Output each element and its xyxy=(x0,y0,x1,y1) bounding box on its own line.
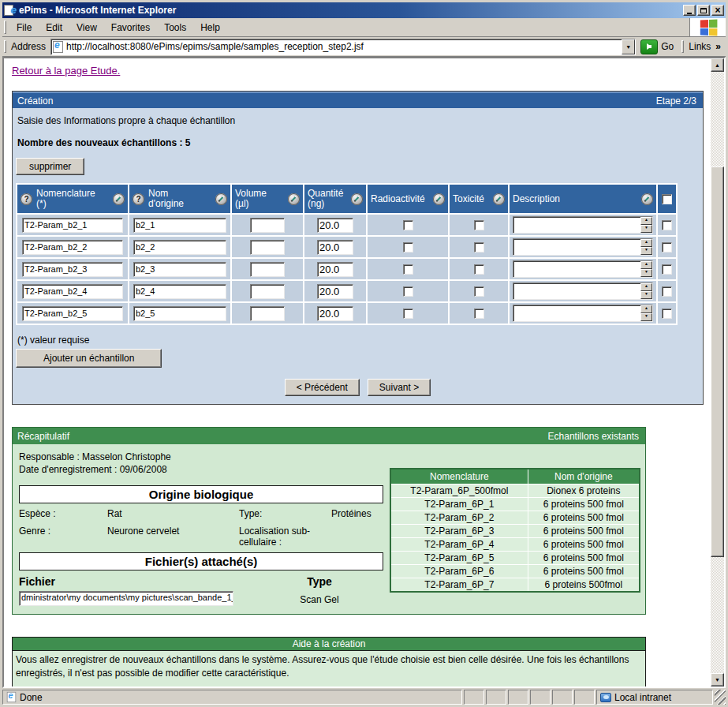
arrow-up-icon[interactable]: ▲ xyxy=(640,261,652,269)
menu-help[interactable]: Help xyxy=(193,20,227,36)
address-field[interactable]: http://localhost:8080/ePims/epims/sample… xyxy=(50,39,636,55)
origin-name-input[interactable] xyxy=(133,306,226,321)
scrollbar-thumb[interactable] xyxy=(711,166,724,557)
description-scrollbar[interactable]: ▲▼ xyxy=(640,239,652,255)
menu-edit[interactable]: Edit xyxy=(39,20,69,36)
select-row-checkbox[interactable] xyxy=(662,242,672,252)
toxicity-checkbox[interactable] xyxy=(474,286,484,297)
scroll-down-button[interactable]: ▼ xyxy=(711,673,724,686)
existing-sample-cell: T2-Param_6P_2 xyxy=(390,511,528,525)
help-icon[interactable]: ? xyxy=(21,193,32,205)
select-row-checkbox[interactable] xyxy=(662,220,672,230)
volume-input[interactable] xyxy=(250,284,285,299)
edit-column-icon[interactable] xyxy=(113,193,125,205)
description-scrollbar[interactable]: ▲▼ xyxy=(640,283,652,299)
nomenclature-input[interactable] xyxy=(22,262,123,277)
description-textarea[interactable]: ▲▼ xyxy=(513,238,653,256)
back-to-study-link[interactable]: Retour à la page Etude. xyxy=(12,65,120,77)
nomenclature-input[interactable] xyxy=(22,240,123,255)
quantity-input[interactable] xyxy=(317,240,353,255)
arrow-down-icon[interactable]: ▼ xyxy=(640,225,652,233)
toxicity-checkbox[interactable] xyxy=(474,309,484,319)
radioactivity-checkbox[interactable] xyxy=(403,220,413,230)
arrow-down-icon[interactable]: ▼ xyxy=(640,247,652,255)
quantity-input[interactable] xyxy=(317,284,353,299)
resize-grip[interactable] xyxy=(715,690,726,705)
attached-file-path-field[interactable]: dministrator\my documents\my pictures\sc… xyxy=(19,591,233,606)
quantity-input[interactable] xyxy=(317,218,353,233)
links-label[interactable]: Links xyxy=(689,41,711,52)
toolbar-grip[interactable] xyxy=(4,21,6,33)
close-button[interactable]: × xyxy=(711,5,724,16)
description-textarea[interactable]: ▲▼ xyxy=(513,216,653,234)
arrow-up-icon[interactable]: ▲ xyxy=(640,283,652,291)
edit-column-icon[interactable] xyxy=(493,193,505,205)
radioactivity-checkbox[interactable] xyxy=(403,309,413,319)
description-textarea[interactable]: ▲▼ xyxy=(513,260,653,278)
edit-column-icon[interactable] xyxy=(433,193,445,205)
menu-tools[interactable]: Tools xyxy=(157,20,193,36)
sample-row: ▲▼ xyxy=(17,258,677,280)
edit-column-icon[interactable] xyxy=(215,193,227,205)
radioactivity-checkbox[interactable] xyxy=(403,242,413,252)
toxicity-checkbox[interactable] xyxy=(474,220,484,230)
addressbar-grip[interactable] xyxy=(4,40,6,54)
menu-favorites[interactable]: Favorites xyxy=(104,20,157,36)
origin-name-input[interactable] xyxy=(133,284,226,299)
select-all-checkbox[interactable] xyxy=(662,194,672,204)
arrow-up-icon[interactable]: ▲ xyxy=(640,217,652,225)
toxicity-checkbox[interactable] xyxy=(474,264,484,275)
type-label: Type: xyxy=(239,508,330,519)
arrow-down-icon[interactable]: ▼ xyxy=(640,313,652,321)
nomenclature-input[interactable] xyxy=(22,284,123,299)
edit-column-icon[interactable] xyxy=(641,193,653,205)
arrow-up-icon[interactable]: ▲ xyxy=(640,305,652,313)
volume-input[interactable] xyxy=(250,240,285,255)
arrow-down-icon[interactable]: ▼ xyxy=(640,291,652,299)
address-dropdown-button[interactable]: ▼ xyxy=(622,39,635,54)
description-scrollbar[interactable]: ▲▼ xyxy=(640,217,652,233)
volume-input[interactable] xyxy=(250,262,285,277)
arrow-down-icon[interactable]: ▼ xyxy=(640,269,652,277)
maximize-button[interactable] xyxy=(697,5,710,16)
quantity-input[interactable] xyxy=(317,262,353,277)
arrow-up-icon[interactable]: ▲ xyxy=(640,239,652,247)
go-label[interactable]: Go xyxy=(661,41,674,52)
add-sample-button[interactable]: Ajouter un échantillon xyxy=(16,349,162,368)
radioactivity-checkbox[interactable] xyxy=(403,286,413,297)
volume-input[interactable] xyxy=(250,218,285,233)
select-row-checkbox[interactable] xyxy=(662,264,672,275)
links-grip[interactable] xyxy=(681,40,684,54)
description-scrollbar[interactable]: ▲▼ xyxy=(640,305,652,321)
delete-button[interactable]: supprimer xyxy=(16,158,84,175)
links-chevron-icon[interactable]: » xyxy=(715,41,721,52)
nomenclature-input[interactable] xyxy=(22,218,123,233)
select-row-checkbox[interactable] xyxy=(662,286,672,297)
menu-view[interactable]: View xyxy=(69,20,104,36)
vertical-scrollbar[interactable]: ▲ ▼ xyxy=(711,58,724,686)
go-button[interactable] xyxy=(640,39,658,54)
nomenclature-input[interactable] xyxy=(22,306,123,321)
quantity-input[interactable] xyxy=(317,306,353,321)
description-scrollbar[interactable]: ▲▼ xyxy=(640,261,652,277)
description-textarea[interactable]: ▲▼ xyxy=(513,282,653,300)
edit-column-icon[interactable] xyxy=(351,193,363,205)
minimize-button[interactable] xyxy=(683,5,696,16)
origin-name-input[interactable] xyxy=(133,218,226,233)
volume-input[interactable] xyxy=(250,306,285,321)
toxicity-checkbox[interactable] xyxy=(474,242,484,252)
menu-file[interactable]: File xyxy=(9,20,39,36)
edit-column-icon[interactable] xyxy=(288,193,300,205)
description-textarea[interactable]: ▲▼ xyxy=(513,305,653,322)
previous-button[interactable]: < Précédent xyxy=(285,379,360,396)
origin-name-input[interactable] xyxy=(133,240,226,255)
radioactivity-checkbox[interactable] xyxy=(403,264,413,275)
existing-sample-cell: 6 proteins 500 fmol xyxy=(528,525,640,538)
next-button[interactable]: Suivant > xyxy=(368,379,431,396)
select-row-checkbox[interactable] xyxy=(662,309,672,319)
address-url[interactable]: http://localhost:8080/ePims/epims/sample… xyxy=(63,41,622,52)
scroll-up-button[interactable]: ▲ xyxy=(711,58,724,72)
radioactivity-cell xyxy=(367,302,449,324)
help-icon[interactable]: ? xyxy=(133,193,144,205)
origin-name-input[interactable] xyxy=(133,262,226,277)
